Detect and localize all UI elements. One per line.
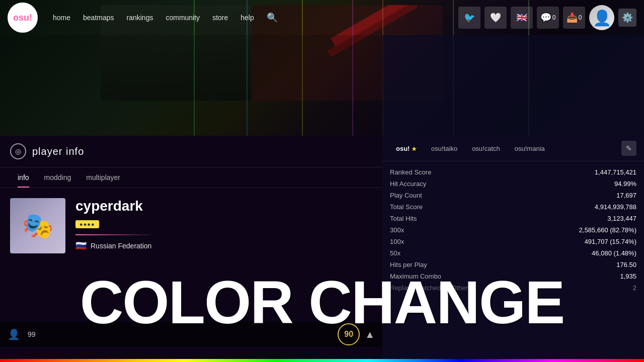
navbar: osu! home beatmaps rankings community st…: [0, 0, 644, 35]
nav-links: home beatmaps rankings community store h…: [48, 10, 280, 26]
player-info-icon: ◎: [10, 143, 26, 159]
user-avatar[interactable]: 👤: [589, 5, 614, 30]
nav-beatmaps[interactable]: beatmaps: [78, 11, 119, 24]
stat-total-score: Total Score 4,914,939,788: [390, 201, 636, 213]
ranked-score-value: 1,447,715,421: [595, 168, 636, 176]
gamemode-taiko[interactable]: osu!taiko: [425, 142, 463, 155]
player-details: cyperdark ●●●● 🇷🇺 Russian Federation: [75, 198, 372, 251]
50x-value: 46,080 (1.48%): [592, 249, 636, 257]
player-country: 🇷🇺 Russian Federation: [75, 240, 372, 251]
player-profile: 🎭 cyperdark ●●●● 🇷🇺 Russian Federation: [0, 188, 382, 263]
profile-icon: 👤: [8, 328, 20, 340]
hit-accuracy-value: 94.99%: [614, 180, 636, 188]
star-icon: ★: [412, 146, 417, 152]
gamemode-mania[interactable]: osu!mania: [509, 142, 551, 155]
game-modes: osu! ★ osu!taiko osu!catch osu!mania ✎: [382, 136, 644, 161]
total-hits-label: Total Hits: [390, 215, 417, 222]
ranked-score-label: Ranked Score: [390, 168, 431, 176]
flag-russia-icon: 🇷🇺: [75, 240, 87, 251]
taiko-label: osu!taiko: [431, 145, 457, 152]
hits-per-play-label: Hits per Play: [390, 261, 427, 268]
twitter-icon: 🐦: [464, 12, 475, 23]
stats-table: Ranked Score 1,447,715,421 Hit Accuracy …: [382, 161, 644, 299]
hit-accuracy-label: Hit Accuracy: [390, 180, 426, 188]
main-content: ◎ player info info modding multiplayer 🎭…: [0, 35, 644, 362]
stat-300x: 300x 2,585,660 (82.78%): [390, 224, 636, 236]
replays-watched-value: 2: [633, 284, 636, 292]
stat-max-combo: Maximum Combo 1,935: [390, 270, 636, 282]
inbox-button[interactable]: 📥 0: [563, 7, 585, 29]
chat-button[interactable]: 💬 0: [537, 7, 559, 29]
inbox-count: 0: [579, 14, 582, 21]
nav-home[interactable]: home: [48, 11, 75, 24]
volume-display: 90: [338, 323, 360, 345]
heart-button[interactable]: 🤍: [485, 7, 507, 29]
player-name: cyperdark: [75, 198, 372, 214]
logo[interactable]: osu!: [8, 3, 38, 33]
language-button[interactable]: 🇬🇧: [511, 7, 533, 29]
chat-icon: 💬: [540, 12, 551, 23]
hero-spacer: [0, 35, 382, 136]
nav-rankings[interactable]: rankings: [122, 11, 158, 24]
gamemode-catch[interactable]: osu!catch: [466, 142, 506, 155]
rainbow-bar: [0, 359, 644, 362]
stat-play-count: Play Count 17,697: [390, 190, 636, 201]
stat-hits-per-play: Hits per Play 176.50: [390, 259, 636, 270]
gear-icon: ⚙️: [622, 12, 633, 23]
pencil-icon: ✎: [626, 144, 632, 152]
max-combo-label: Maximum Combo: [390, 273, 441, 280]
stat-hit-accuracy: Hit Accuracy 94.99%: [390, 178, 636, 190]
heart-icon: 🤍: [490, 12, 501, 23]
tab-modding[interactable]: modding: [37, 167, 79, 188]
stat-100x: 100x 491,707 (15.74%): [390, 236, 636, 247]
right-panel: osu! ★ osu!taiko osu!catch osu!mania ✎ R…: [382, 35, 644, 362]
player-info-title: player info: [32, 146, 84, 157]
300x-label: 300x: [390, 226, 404, 234]
avatar-image: 👤: [593, 9, 611, 27]
stat-50x: 50x 46,080 (1.48%): [390, 247, 636, 259]
volume-controls: 90 ▲: [338, 323, 375, 345]
100x-value: 491,707 (15.74%): [585, 238, 636, 245]
person-icon: ◎: [15, 147, 21, 155]
nav-right: 🐦 🤍 🇬🇧 💬 0 📥 0 👤 ⚙️: [458, 5, 636, 30]
stat-total-hits: Total Hits 3,123,447: [390, 213, 636, 224]
nav-community[interactable]: community: [160, 11, 205, 24]
mania-label: osu!mania: [515, 145, 545, 152]
osu-label: osu!: [396, 145, 410, 152]
flag-uk-icon: 🇬🇧: [516, 12, 527, 23]
play-count-label: Play Count: [390, 192, 422, 199]
stat-replays-watched: Replays Watched by Others 2: [390, 282, 636, 294]
nav-store[interactable]: store: [207, 11, 233, 24]
catch-label: osu!catch: [472, 145, 500, 152]
player-info-header: ◎ player info: [0, 136, 382, 167]
twitter-button[interactable]: 🐦: [458, 7, 480, 29]
gamemode-osu[interactable]: osu! ★: [390, 142, 423, 155]
player-avatar: 🎭: [10, 198, 65, 253]
player-badge: ●●●●: [75, 220, 99, 228]
chat-count: 0: [552, 14, 556, 21]
chevron-up-icon[interactable]: ▲: [365, 329, 375, 340]
50x-label: 50x: [390, 249, 400, 257]
max-combo-value: 1,935: [620, 273, 636, 280]
play-count-value: 17,697: [616, 192, 636, 199]
total-score-value: 4,914,939,788: [595, 203, 636, 211]
inbox-icon: 📥: [567, 12, 578, 23]
tab-info[interactable]: info: [10, 167, 37, 188]
tab-multiplayer[interactable]: multiplayer: [78, 167, 128, 188]
300x-value: 2,585,660 (82.78%): [579, 226, 636, 234]
right-hero-spacer: [382, 35, 644, 136]
total-score-label: Total Score: [390, 203, 423, 211]
nav-help[interactable]: help: [235, 11, 259, 24]
country-name: Russian Federation: [91, 242, 151, 250]
badge-divider: [75, 234, 156, 235]
100x-label: 100x: [390, 238, 404, 245]
edit-button[interactable]: ✎: [621, 141, 636, 156]
total-hits-value: 3,123,447: [607, 215, 636, 222]
tabs: info modding multiplayer: [0, 167, 382, 188]
settings-button[interactable]: ⚙️: [618, 9, 636, 27]
bottom-score: 99: [28, 330, 36, 338]
bottom-bar: 👤 99 90 ▲: [0, 322, 382, 347]
stat-ranked-score: Ranked Score 1,447,715,421: [390, 166, 636, 178]
search-icon[interactable]: 🔍: [264, 10, 280, 26]
hits-per-play-value: 176.50: [616, 261, 636, 268]
